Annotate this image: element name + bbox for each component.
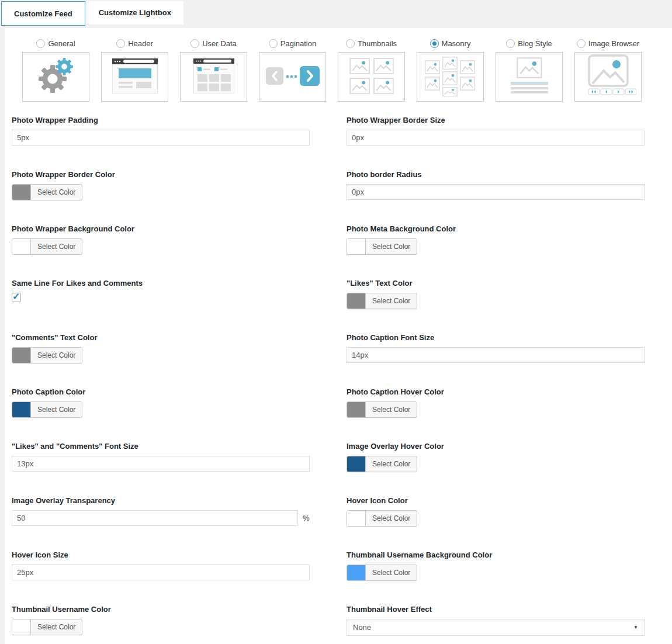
field-photo-caption-hover-color: Photo Caption Hover Color Select Color [347, 384, 645, 438]
likes-comments-font-size-input[interactable] [12, 456, 310, 472]
thumbnail-username-color-button[interactable]: Select Color [12, 619, 82, 635]
thumbnails-icon [349, 58, 394, 96]
field-label: Thumbnail Hover Effect [347, 605, 645, 614]
field-comments-text-color: "Comments" Text Color Select Color [12, 330, 310, 384]
masonry-radio-row[interactable]: Masonry [430, 37, 471, 49]
image-overlay-hover-color-button[interactable]: Select Color [347, 456, 417, 472]
general-radio[interactable] [36, 39, 45, 48]
thumbnails-radio[interactable] [346, 39, 355, 48]
general-radio-row[interactable]: General [36, 37, 75, 49]
layout-option-image-browser: Image Browser [574, 37, 642, 102]
field-photo-wrapper-padding: Photo Wrapper Padding [12, 112, 310, 167]
thumbnails-radio-row[interactable]: Thumbnails [346, 37, 397, 49]
hover-icon-size-input[interactable] [12, 565, 310, 580]
header-icon [112, 58, 158, 95]
field-label: Photo Caption Font Size [347, 333, 645, 342]
pagination-label: Pagination [280, 39, 316, 48]
photo-caption-color-button[interactable]: Select Color [12, 401, 82, 418]
field-label: Image Overlay Hover Color [347, 442, 645, 451]
likes-text-color-button[interactable]: Select Color [347, 293, 417, 309]
thumbnails-option-box[interactable] [338, 52, 405, 102]
color-swatch [347, 456, 366, 472]
masonry-radio[interactable] [430, 39, 439, 48]
field-label: Photo Wrapper Padding [12, 116, 310, 124]
field-label: Photo Caption Hover Color [347, 387, 645, 396]
header-option-box[interactable] [101, 52, 168, 102]
photo-wrapper-padding-input[interactable] [12, 130, 310, 146]
customize-feed-panel: General [5, 28, 672, 644]
user-data-radio-row[interactable]: User Data [190, 37, 237, 49]
field-label: Image Overlay Transparency [12, 496, 310, 505]
thumbnail-username-background-color-button[interactable]: Select Color [347, 565, 417, 581]
blog-style-option-box[interactable] [496, 52, 563, 102]
thumbnail-hover-effect-select[interactable]: None ▼ [347, 619, 645, 636]
field-label: Photo Meta Background Color [347, 224, 645, 233]
select-color-label: Select Color [31, 348, 82, 363]
select-color-label: Select Color [366, 565, 417, 580]
chevron-down-icon: ▼ [633, 625, 638, 630]
checkmark-icon: ✓ [12, 291, 20, 302]
header-radio[interactable] [116, 39, 125, 48]
pagination-radio[interactable] [269, 39, 278, 48]
photo-meta-background-color-button[interactable]: Select Color [347, 238, 417, 255]
photo-border-radius-input[interactable] [347, 184, 645, 200]
field-photo-wrapper-border-color: Photo Wrapper Border Color Select Color [12, 167, 310, 221]
field-photo-caption-color: Photo Caption Color Select Color [12, 384, 310, 438]
field-likes-text-color: "Likes" Text Color Select Color [347, 275, 645, 330]
field-image-overlay-hover-color: Image Overlay Hover Color Select Color [347, 438, 645, 493]
comments-text-color-button[interactable]: Select Color [12, 347, 82, 363]
select-color-label: Select Color [31, 239, 82, 254]
photo-wrapper-border-color-button[interactable]: Select Color [12, 184, 82, 200]
tab-customize-lightbox[interactable]: Customize Lightbox [86, 1, 183, 25]
pagination-radio-row[interactable]: Pagination [269, 37, 316, 49]
user-data-option-box[interactable] [180, 52, 247, 102]
select-color-label: Select Color [366, 402, 417, 417]
color-swatch [12, 185, 31, 200]
image-browser-radio-row[interactable]: Image Browser [577, 37, 639, 49]
image-browser-option-box[interactable] [574, 52, 642, 102]
field-label: Thumbnail Username Color [12, 605, 310, 614]
gears-icon [35, 58, 77, 96]
layout-option-general: General [22, 37, 89, 102]
hover-icon-color-button[interactable]: Select Color [347, 510, 417, 527]
photo-wrapper-border-size-input[interactable] [347, 130, 645, 146]
color-swatch [347, 402, 366, 417]
color-swatch [12, 402, 31, 417]
same-line-checkbox[interactable]: ✓ [12, 293, 21, 302]
user-data-radio[interactable] [190, 39, 199, 48]
photo-caption-hover-color-button[interactable]: Select Color [347, 401, 417, 418]
image-browser-radio[interactable] [577, 39, 586, 48]
field-label: "Likes" and "Comments" Font Size [12, 442, 310, 451]
photo-wrapper-background-color-button[interactable]: Select Color [12, 238, 82, 255]
field-photo-border-radius: Photo border Radius [347, 167, 645, 221]
select-color-label: Select Color [366, 456, 417, 472]
pagination-icon [266, 64, 320, 89]
color-swatch [12, 348, 31, 363]
layout-option-header: Header [101, 37, 168, 102]
field-label: Photo Wrapper Border Size [347, 116, 645, 124]
field-hover-icon-color: Hover Icon Color Select Color [347, 493, 645, 547]
select-color-label: Select Color [366, 239, 417, 254]
photo-caption-font-size-input[interactable] [347, 347, 645, 363]
pagination-option-box[interactable] [259, 52, 326, 102]
thumbnails-label: Thumbnails [358, 39, 397, 48]
header-radio-row[interactable]: Header [116, 37, 153, 49]
user-data-label: User Data [202, 39, 237, 48]
field-photo-caption-font-size: Photo Caption Font Size [347, 330, 645, 384]
select-color-label: Select Color [31, 185, 82, 200]
tab-customize-feed[interactable]: Customize Feed [1, 1, 85, 26]
field-label: Hover Icon Size [12, 550, 310, 559]
field-same-line-likes-comments: Same Line For Likes and Comments ✓ [12, 275, 310, 330]
color-swatch [347, 565, 366, 580]
image-overlay-transparency-input[interactable] [12, 510, 298, 526]
layout-style-options: General [12, 37, 645, 102]
general-label: General [48, 39, 75, 48]
select-color-label: Select Color [31, 619, 82, 635]
blog-style-radio[interactable] [506, 39, 515, 48]
image-browser-label: Image Browser [588, 39, 639, 48]
field-label: Photo Caption Color [12, 387, 310, 396]
general-option-box[interactable] [22, 52, 89, 102]
field-label: "Comments" Text Color [12, 333, 310, 342]
masonry-option-box[interactable] [417, 52, 484, 102]
blog-style-radio-row[interactable]: Blog Style [506, 37, 552, 49]
